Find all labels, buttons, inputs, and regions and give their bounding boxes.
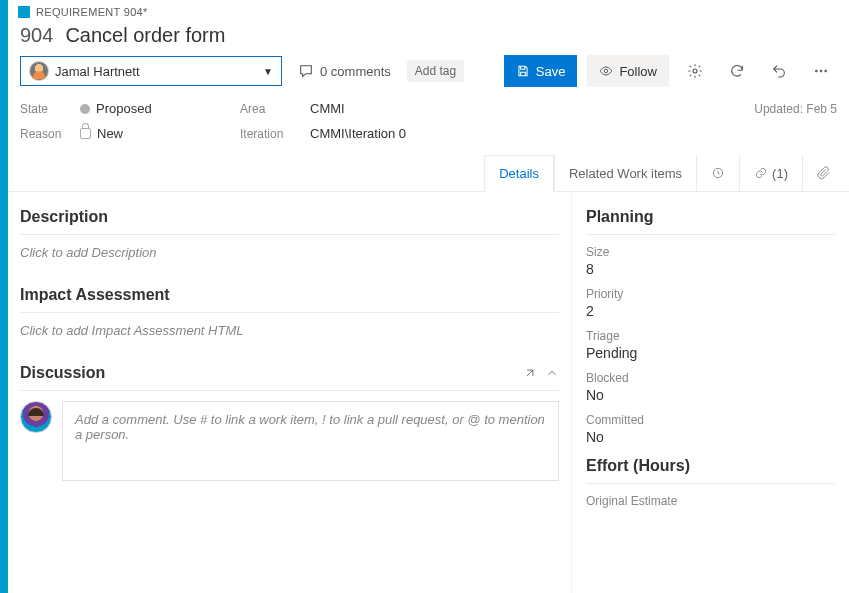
tab-related[interactable]: Related Work items	[554, 155, 696, 191]
expand-icon[interactable]	[523, 366, 537, 380]
avatar-icon	[29, 61, 49, 81]
tab-history[interactable]	[696, 155, 739, 191]
ellipsis-icon	[813, 63, 829, 79]
tabs: Details Related Work items (1)	[8, 155, 849, 192]
current-user-avatar	[20, 401, 52, 433]
triage-label: Triage	[586, 329, 835, 343]
state-dot-icon	[80, 104, 90, 114]
priority-label: Priority	[586, 287, 835, 301]
discussion-comment-input[interactable]: Add a comment. Use # to link a work item…	[62, 401, 559, 481]
comment-icon	[298, 63, 314, 79]
state-label: State	[20, 102, 80, 116]
requirement-icon	[18, 6, 30, 18]
tab-details[interactable]: Details	[484, 155, 554, 192]
svg-point-2	[815, 70, 817, 72]
undo-icon	[771, 63, 787, 79]
eye-icon	[599, 64, 613, 78]
impact-input[interactable]: Click to add Impact Assessment HTML	[20, 323, 559, 338]
refresh-button[interactable]	[721, 55, 753, 87]
toolbar: Jamal Hartnett ▼ 0 comments Add tag Save…	[8, 55, 849, 97]
description-heading: Description	[20, 208, 559, 235]
right-pane: Planning Size8 Priority2 TriagePending B…	[571, 192, 849, 593]
discussion-heading: Discussion	[20, 364, 559, 391]
work-item-title[interactable]: Cancel order form	[65, 24, 225, 47]
iteration-value[interactable]: CMMI\Iteration 0	[310, 126, 754, 141]
blocked-label: Blocked	[586, 371, 835, 385]
refresh-icon	[729, 63, 745, 79]
link-icon	[754, 166, 768, 180]
size-label: Size	[586, 245, 835, 259]
more-actions-button[interactable]	[805, 55, 837, 87]
tab-links[interactable]: (1)	[739, 155, 802, 191]
assignee-picker[interactable]: Jamal Hartnett ▼	[20, 56, 282, 86]
work-item-type-header: REQUIREMENT 904*	[8, 0, 849, 20]
title-row: 904 Cancel order form	[8, 20, 849, 55]
follow-button[interactable]: Follow	[587, 55, 669, 87]
blocked-value[interactable]: No	[586, 387, 835, 403]
lock-icon	[80, 128, 91, 139]
add-tag-button[interactable]: Add tag	[407, 60, 464, 82]
collapse-icon[interactable]	[545, 366, 559, 380]
comments-link[interactable]: 0 comments	[292, 56, 397, 86]
size-value[interactable]: 8	[586, 261, 835, 277]
svg-point-3	[820, 70, 822, 72]
committed-value[interactable]: No	[586, 429, 835, 445]
chevron-down-icon: ▼	[263, 66, 273, 77]
comments-count: 0 comments	[320, 64, 391, 79]
state-value[interactable]: Proposed	[80, 101, 240, 116]
area-label: Area	[240, 102, 310, 116]
iteration-label: Iteration	[240, 127, 310, 141]
save-icon	[516, 64, 530, 78]
revert-button[interactable]	[763, 55, 795, 87]
history-icon	[711, 166, 725, 180]
description-input[interactable]: Click to add Description	[20, 245, 559, 260]
updated-label: Updated: Feb 5	[754, 102, 837, 116]
left-pane: Description Click to add Description Imp…	[8, 192, 571, 593]
svg-point-1	[693, 69, 697, 73]
reason-label: Reason	[20, 127, 80, 141]
planning-heading: Planning	[586, 208, 835, 235]
committed-label: Committed	[586, 413, 835, 427]
work-item-type-label: REQUIREMENT 904*	[36, 6, 148, 18]
classification-fields: State Proposed Area CMMI Updated: Feb 5 …	[8, 97, 849, 155]
assignee-name: Jamal Hartnett	[55, 64, 257, 79]
priority-value[interactable]: 2	[586, 303, 835, 319]
attachment-icon	[817, 166, 831, 180]
reason-value[interactable]: New	[80, 126, 240, 141]
work-item-id: 904	[20, 24, 53, 47]
save-label: Save	[536, 64, 566, 79]
gear-icon	[687, 63, 703, 79]
settings-button[interactable]	[679, 55, 711, 87]
svg-point-4	[825, 70, 827, 72]
accent-bar	[0, 0, 8, 593]
effort-heading: Effort (Hours)	[586, 457, 835, 484]
original-estimate-label: Original Estimate	[586, 494, 835, 508]
triage-value[interactable]: Pending	[586, 345, 835, 361]
area-value[interactable]: CMMI	[310, 101, 754, 116]
follow-label: Follow	[619, 64, 657, 79]
tab-attachments[interactable]	[802, 155, 845, 191]
impact-heading: Impact Assessment	[20, 286, 559, 313]
save-button[interactable]: Save	[504, 55, 578, 87]
svg-point-0	[605, 69, 609, 73]
